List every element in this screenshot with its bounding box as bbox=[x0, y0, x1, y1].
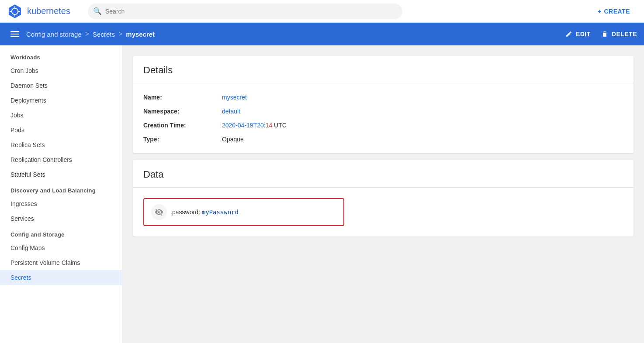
creation-time-suffix: UTC bbox=[272, 122, 287, 129]
create-label: CREATE bbox=[604, 8, 630, 15]
sidebar-item-jobs[interactable]: Jobs bbox=[0, 108, 122, 123]
delete-label: DELETE bbox=[612, 31, 637, 38]
creation-time-highlight: 14 bbox=[266, 122, 273, 129]
details-card-body: Name: mysecret Namespace: default Creati… bbox=[133, 83, 634, 153]
search-input[interactable] bbox=[88, 3, 402, 19]
sidebar-item-replica-sets[interactable]: Replica Sets bbox=[0, 137, 122, 152]
data-item-text: password: myPassword bbox=[172, 209, 239, 216]
search-icon: 🔍 bbox=[93, 7, 102, 15]
details-value-namespace[interactable]: default bbox=[222, 108, 240, 115]
details-row-name: Name: mysecret bbox=[143, 90, 623, 104]
sidebar-item-cron-jobs[interactable]: Cron Jobs bbox=[0, 63, 122, 78]
details-card: Details Name: mysecret Namespace: defaul… bbox=[133, 56, 634, 153]
sidebar-item-deployments[interactable]: Deployments bbox=[0, 93, 122, 108]
data-card-title: Data bbox=[133, 160, 634, 188]
logo[interactable]: kubernetes bbox=[7, 3, 70, 19]
details-label-type: Type: bbox=[143, 136, 222, 143]
layout: Workloads Cron Jobs Daemon Sets Deployme… bbox=[0, 45, 644, 343]
menu-button[interactable] bbox=[7, 29, 23, 39]
data-card: Data password: myPassword bbox=[133, 160, 634, 237]
create-plus-icon: + bbox=[598, 8, 602, 15]
sidebar-item-stateful-sets[interactable]: Stateful Sets bbox=[0, 167, 122, 182]
sidebar: Workloads Cron Jobs Daemon Sets Deployme… bbox=[0, 45, 122, 343]
edit-label: EDIT bbox=[576, 31, 591, 38]
details-row-type: Type: Opaque bbox=[143, 132, 623, 146]
eye-off-svg bbox=[155, 208, 163, 216]
sidebar-item-secrets[interactable]: Secrets bbox=[0, 270, 122, 285]
discovery-section-header: Discovery and Load Balancing bbox=[0, 182, 122, 196]
workloads-section-header: Workloads bbox=[0, 49, 122, 63]
sidebar-item-ingresses[interactable]: Ingresses bbox=[0, 196, 122, 211]
data-key: password: bbox=[172, 209, 202, 216]
data-value: myPassword bbox=[202, 209, 239, 216]
main-content: Details Name: mysecret Namespace: defaul… bbox=[122, 45, 644, 343]
details-value-name[interactable]: mysecret bbox=[222, 94, 247, 101]
breadcrumb-parent[interactable]: Secrets bbox=[93, 31, 115, 38]
menu-line-1 bbox=[10, 31, 19, 32]
details-row-namespace: Namespace: default bbox=[143, 104, 623, 118]
details-label-creation-time: Creation Time: bbox=[143, 122, 222, 129]
kubernetes-logo-icon bbox=[7, 3, 23, 19]
config-storage-section-header: Config and Storage bbox=[0, 226, 122, 240]
details-value-creation-time: 2020-04-19T20:14 UTC bbox=[222, 122, 287, 129]
details-label-name: Name: bbox=[143, 94, 222, 101]
menu-line-3 bbox=[10, 36, 19, 37]
breadcrumb-actions: EDIT DELETE bbox=[565, 31, 637, 38]
sidebar-item-persistent-volume-claims[interactable]: Persistent Volume Claims bbox=[0, 255, 122, 270]
details-label-namespace: Namespace: bbox=[143, 108, 222, 115]
sidebar-item-config-maps[interactable]: Config Maps bbox=[0, 240, 122, 255]
logo-text: kubernetes bbox=[27, 6, 70, 16]
details-row-creation-time: Creation Time: 2020-04-19T20:14 UTC bbox=[143, 118, 623, 132]
breadcrumb-sep-1: > bbox=[85, 30, 89, 38]
creation-time-prefix: 2020-04-19T20: bbox=[222, 122, 266, 129]
delete-button[interactable]: DELETE bbox=[601, 31, 637, 38]
topbar: kubernetes 🔍 + CREATE bbox=[0, 0, 644, 23]
details-card-title: Details bbox=[133, 56, 634, 83]
details-value-type: Opaque bbox=[222, 136, 244, 143]
sidebar-item-pods[interactable]: Pods bbox=[0, 123, 122, 137]
sidebar-item-services[interactable]: Services bbox=[0, 211, 122, 226]
data-card-body: password: myPassword bbox=[133, 188, 634, 237]
delete-icon bbox=[601, 31, 608, 38]
search-container: 🔍 bbox=[88, 3, 402, 19]
sidebar-item-daemon-sets[interactable]: Daemon Sets bbox=[0, 78, 122, 93]
data-item-password: password: myPassword bbox=[143, 198, 344, 226]
edit-button[interactable]: EDIT bbox=[565, 31, 591, 38]
visibility-off-icon[interactable] bbox=[151, 204, 167, 220]
breadcrumb-section[interactable]: Config and storage bbox=[26, 31, 82, 38]
breadcrumb-current: mysecret bbox=[126, 31, 155, 38]
breadcrumb-sep-2: > bbox=[118, 30, 122, 38]
edit-icon bbox=[565, 31, 572, 38]
create-button[interactable]: + CREATE bbox=[591, 4, 637, 18]
menu-line-2 bbox=[10, 34, 19, 34]
breadcrumb-bar: Config and storage > Secrets > mysecret … bbox=[0, 23, 644, 45]
sidebar-item-replication-controllers[interactable]: Replication Controllers bbox=[0, 152, 122, 167]
